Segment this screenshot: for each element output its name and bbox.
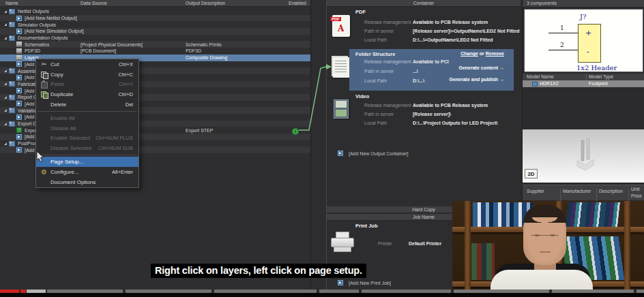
pin-wire xyxy=(548,33,578,33)
menu-item-disable-selected[interactable]: Disable SelectedCtrl+NUM SUB xyxy=(36,143,138,153)
view-2d-button[interactable]: 2D xyxy=(525,169,538,178)
output-container-connector-line xyxy=(291,61,333,138)
model-type-column[interactable]: Model Type xyxy=(589,74,613,79)
folder-icon xyxy=(9,68,15,74)
menu-item-duplicate[interactable]: DuplicateCtrl+D xyxy=(36,89,138,99)
mouse-cursor xyxy=(36,151,45,163)
change-link[interactable]: Change xyxy=(460,51,478,56)
add-icon xyxy=(16,114,22,120)
menu-item-disable-all[interactable]: Disable All xyxy=(36,123,138,134)
video-container-icon[interactable] xyxy=(334,99,349,119)
expand-arrow-icon[interactable] xyxy=(4,123,7,125)
menu-separator xyxy=(38,111,137,112)
path-in-server-value: ...\ xyxy=(413,69,418,74)
folder-structure-selected-block[interactable]: Folder Structure Change or Remove Releas… xyxy=(349,49,514,91)
connector-count-badge: 1 xyxy=(292,128,299,135)
folder-structure-title[interactable]: Folder Structure xyxy=(355,51,395,57)
column-name[interactable]: Name xyxy=(5,1,18,5)
tree-row-schematics[interactable]: Schematics[Project Physical Documents]Sc… xyxy=(0,41,310,48)
release-management-label: Release management xyxy=(364,20,411,25)
add-icon xyxy=(16,61,22,67)
expand-arrow-icon[interactable] xyxy=(4,69,7,72)
components-count-header: 3 components xyxy=(523,0,644,7)
pin-wire xyxy=(548,50,578,50)
folder-icon xyxy=(9,35,15,41)
add-icon xyxy=(16,101,22,106)
webcam-video-overlay xyxy=(452,201,644,297)
tree-row-netlist-outputs[interactable]: Netlist Outputs xyxy=(0,8,310,15)
document-icon xyxy=(16,48,22,54)
footprint-3d-preview[interactable]: 2D xyxy=(523,129,644,183)
folder-icon xyxy=(9,9,15,14)
menu-item-configure[interactable]: Configure...Alt+Enter xyxy=(36,167,138,177)
add-icon xyxy=(338,151,343,156)
manufacturer-column[interactable]: Manufacturer xyxy=(563,189,591,193)
printer-icon[interactable] xyxy=(331,232,355,255)
video-section-title[interactable]: Video xyxy=(355,93,369,99)
release-management-value: Available to PCI xyxy=(413,59,449,64)
container-header-bar: Container xyxy=(327,0,521,7)
tree-row-pdf3d[interactable]: PDF3D[PCB Document]PDF3D xyxy=(0,48,310,54)
copy-icon xyxy=(40,71,48,78)
generate-content-link[interactable]: Generate content → xyxy=(458,65,504,70)
tree-row-add-simulator[interactable]: [Add New Simulator Output] xyxy=(0,28,310,35)
folder-structure-container-icon[interactable] xyxy=(333,57,349,78)
add-icon xyxy=(16,147,22,153)
shelf-post xyxy=(624,201,630,297)
menu-item-paste[interactable]: PasteCtrl+V xyxy=(36,80,138,90)
description-column[interactable]: Description xyxy=(599,189,623,193)
expand-arrow-icon[interactable] xyxy=(4,37,7,40)
column-output-description[interactable]: Output Description xyxy=(186,1,225,5)
menu-item-copy[interactable]: CopyCtrl+C xyxy=(36,69,138,80)
expand-arrow-icon[interactable] xyxy=(4,96,7,99)
paste-icon xyxy=(40,80,48,88)
menu-item-page-setup[interactable]: Page Setup... xyxy=(36,157,138,167)
tree-row-add-netlist[interactable]: [Add New Netlist Output] xyxy=(0,15,310,22)
menu-item-cut[interactable]: CutCtrl+X xyxy=(36,59,138,69)
path-in-server-label: Path in server xyxy=(364,29,394,33)
model-row-hdr1x2[interactable]: HDR1X2 Footprint xyxy=(523,80,644,87)
release-management-label: Release management xyxy=(364,59,411,64)
supplier-column[interactable]: Supplier xyxy=(527,189,544,193)
pin-number-1: 1 xyxy=(560,25,564,31)
generate-and-publish-link[interactable]: Generate and publish → xyxy=(449,77,504,82)
add-icon xyxy=(16,88,22,93)
duplicate-icon xyxy=(40,91,48,98)
document-icon xyxy=(16,42,22,47)
change-remove-links: Change or Remove xyxy=(460,51,504,56)
unit-price-column[interactable]: Unit Price xyxy=(631,186,644,200)
tree-row-simulator-outputs[interactable]: Simulator Outputs xyxy=(0,21,310,28)
release-management-value: Available to PCB Release system xyxy=(413,20,488,25)
schematic-symbol-preview[interactable]: 1 2 J? + - 1x2 Header xyxy=(524,9,643,72)
local-path-label: Local Path xyxy=(364,121,387,125)
local-path-label: Local Path xyxy=(364,78,387,83)
model-name-column[interactable]: Model Name xyxy=(527,74,554,79)
menu-item-document-options[interactable]: Document Options xyxy=(36,177,138,187)
pdf-section-title[interactable]: PDF xyxy=(355,9,366,15)
expand-arrow-icon[interactable] xyxy=(4,109,7,112)
expand-arrow-icon[interactable] xyxy=(4,10,7,13)
symbol-caption: 1x2 Header xyxy=(576,64,617,72)
add-icon xyxy=(338,280,343,285)
tree-row-documentation-outputs[interactable]: Documentation Outputs xyxy=(0,35,310,42)
column-enabled[interactable]: Enabled xyxy=(289,1,306,5)
expand-arrow-icon[interactable] xyxy=(4,82,7,85)
print-job-title[interactable]: Print Job xyxy=(355,223,378,229)
footprint-icon xyxy=(532,82,538,87)
add-icon xyxy=(16,134,22,140)
folder-icon xyxy=(9,81,15,87)
column-data-source[interactable]: Data Source xyxy=(80,1,107,5)
printer-label: Printer xyxy=(378,241,392,246)
remove-link[interactable]: Remove xyxy=(486,51,504,56)
folder-icon xyxy=(9,141,15,146)
add-new-print-job[interactable]: [Add New Print Job] xyxy=(338,280,391,285)
menu-item-delete[interactable]: DeleteDel xyxy=(36,99,138,110)
expand-arrow-icon[interactable] xyxy=(4,23,7,26)
local-path-value: D:\...\ xyxy=(413,78,424,83)
path-in-server-value: [Release server]\=OutputName\LED2 Not Fi… xyxy=(413,29,520,33)
menu-item-enable-selected[interactable]: Enable SelectedCtrl+NUM PLUS xyxy=(36,134,138,144)
pdf-container-icon[interactable] xyxy=(332,15,350,37)
menu-item-enable-all[interactable]: Enable All xyxy=(36,113,138,123)
expand-arrow-icon[interactable] xyxy=(4,142,7,145)
add-new-output-container[interactable]: [Add New Output Container] xyxy=(338,151,409,156)
